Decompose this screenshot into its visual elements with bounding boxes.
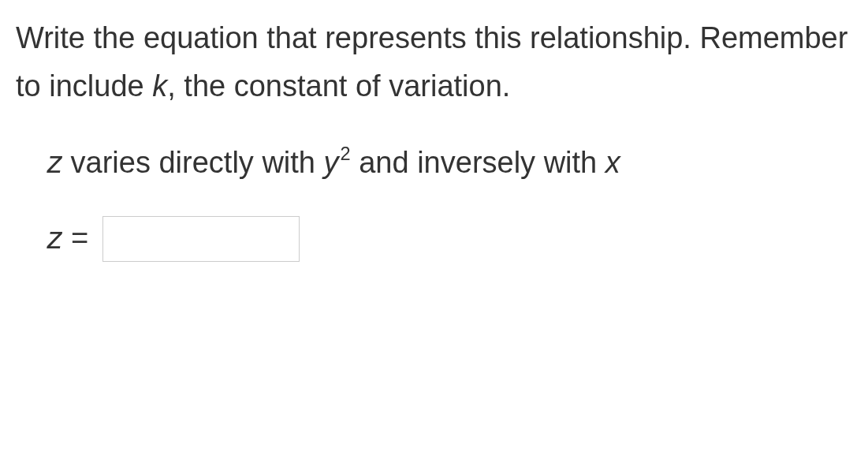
statement-part2: and inversely with [351,146,605,179]
statement-part1: varies directly with [62,146,324,179]
answer-equals: = [62,222,88,255]
variation-statement: z varies directly with y2 and inversely … [47,139,852,187]
instruction-part2: , the constant of variation. [167,69,510,103]
var-z: z [47,146,62,179]
var-y: y [324,146,339,179]
answer-z: z [47,222,62,255]
answer-row: z = [47,214,852,263]
instruction-k: k [152,69,167,103]
problem-block: z varies directly with y2 and inversely … [16,139,852,263]
answer-label: z = [47,214,88,263]
exponent-2: 2 [341,144,351,164]
instruction-text: Write the equation that represents this … [16,14,852,110]
answer-input[interactable] [102,216,300,262]
var-x: x [605,146,620,179]
